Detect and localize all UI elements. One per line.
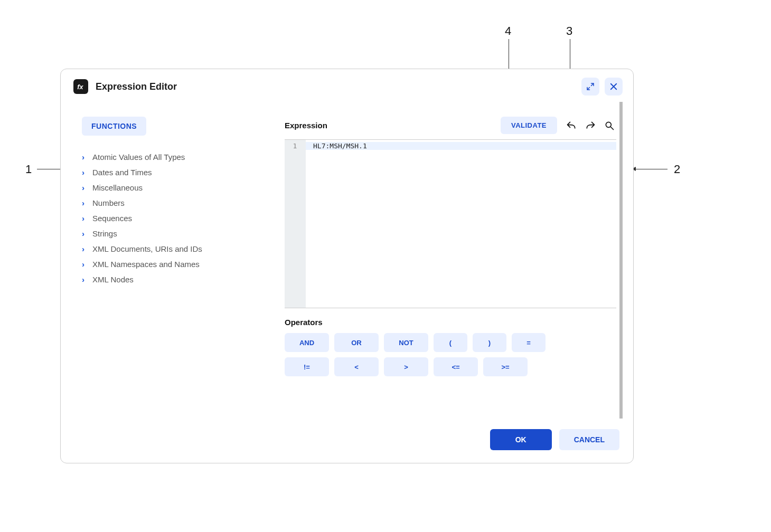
func-item-numbers[interactable]: ›Numbers xyxy=(73,195,285,211)
callout-2-line xyxy=(636,169,667,169)
func-label: XML Namespaces and Names xyxy=(92,260,200,269)
function-category-list: ›Atomic Values of All Types ›Dates and T… xyxy=(73,149,285,287)
svg-text:fx: fx xyxy=(77,83,83,91)
close-button[interactable] xyxy=(605,78,623,96)
func-label: XML Nodes xyxy=(92,275,134,284)
func-label: XML Documents, URIs and IDs xyxy=(92,244,202,253)
func-label: Numbers xyxy=(92,198,125,207)
expression-label: Expression xyxy=(285,121,501,130)
dialog-header: fx Expression Editor xyxy=(61,69,633,102)
op-close-paren[interactable]: ) xyxy=(473,333,506,352)
undo-icon xyxy=(566,120,577,131)
func-item-atomic-values[interactable]: ›Atomic Values of All Types xyxy=(73,149,285,165)
func-label: Sequences xyxy=(92,214,132,223)
code-line-1: HL7:MSH/MSH.1 xyxy=(306,142,616,150)
func-item-dates-times[interactable]: ›Dates and Times xyxy=(73,165,285,180)
operators-section: Operators AND OR NOT ( ) = != < > <= >= xyxy=(285,318,616,376)
operators-row-1: AND OR NOT ( ) = xyxy=(285,333,616,352)
svg-point-1 xyxy=(606,122,611,127)
op-gt[interactable]: > xyxy=(384,357,428,376)
op-lt[interactable]: < xyxy=(334,357,379,376)
func-label: Strings xyxy=(92,229,117,238)
code-gutter: 1 xyxy=(285,140,306,308)
chevron-right-icon: › xyxy=(82,229,92,238)
chevron-right-icon: › xyxy=(82,244,92,253)
op-open-paren[interactable]: ( xyxy=(434,333,467,352)
dialog-title: Expression Editor xyxy=(96,81,581,92)
header-actions xyxy=(581,78,623,96)
expression-code-area[interactable]: 1 HL7:MSH/MSH.1 xyxy=(285,139,616,308)
validate-button[interactable]: VALIDATE xyxy=(501,117,557,134)
expand-icon xyxy=(586,82,595,91)
func-label: Miscellaneous xyxy=(92,183,143,192)
chevron-right-icon: › xyxy=(82,168,92,177)
op-gte[interactable]: >= xyxy=(483,357,528,376)
operators-label: Operators xyxy=(285,318,616,327)
chevron-right-icon: › xyxy=(82,198,92,207)
ok-button[interactable]: OK xyxy=(490,429,552,450)
callout-2: 2 xyxy=(674,163,680,176)
expression-editor-dialog: fx Expression Editor FUNCTIONS ›Atomic V… xyxy=(60,69,634,463)
op-lte[interactable]: <= xyxy=(434,357,478,376)
dialog-body: FUNCTIONS ›Atomic Values of All Types ›D… xyxy=(61,102,633,419)
redo-icon xyxy=(585,120,596,131)
chevron-right-icon: › xyxy=(82,153,92,162)
search-button[interactable] xyxy=(603,119,616,132)
func-label: Atomic Values of All Types xyxy=(92,153,185,162)
search-icon xyxy=(604,120,615,131)
chevron-right-icon: › xyxy=(82,260,92,269)
functions-tab[interactable]: FUNCTIONS xyxy=(82,117,146,136)
close-icon xyxy=(609,82,618,91)
dialog-footer: OK CANCEL xyxy=(61,419,633,463)
op-or[interactable]: OR xyxy=(334,333,379,352)
cancel-button[interactable]: CANCEL xyxy=(559,429,619,450)
func-item-xml-namespaces[interactable]: ›XML Namespaces and Names xyxy=(73,256,285,272)
op-not[interactable]: NOT xyxy=(384,333,428,352)
chevron-right-icon: › xyxy=(82,214,92,223)
expression-header: Expression VALIDATE xyxy=(285,117,616,134)
func-item-xml-nodes[interactable]: ›XML Nodes xyxy=(73,272,285,287)
func-item-sequences[interactable]: ›Sequences xyxy=(73,211,285,226)
sidebar: FUNCTIONS ›Atomic Values of All Types ›D… xyxy=(73,102,285,419)
op-not-equals[interactable]: != xyxy=(285,357,329,376)
redo-button[interactable] xyxy=(584,119,597,132)
op-and[interactable]: AND xyxy=(285,333,329,352)
operators-row-2: != < > <= >= xyxy=(285,357,616,376)
line-number: 1 xyxy=(285,142,305,150)
func-item-xml-documents[interactable]: ›XML Documents, URIs and IDs xyxy=(73,241,285,256)
func-label: Dates and Times xyxy=(92,168,152,177)
undo-button[interactable] xyxy=(565,119,578,132)
callout-4: 4 xyxy=(505,24,511,38)
callout-3: 3 xyxy=(566,24,572,38)
op-equals[interactable]: = xyxy=(512,333,546,352)
fx-icon: fx xyxy=(73,79,88,94)
expand-button[interactable] xyxy=(581,78,599,96)
chevron-right-icon: › xyxy=(82,275,92,284)
main-panel: Expression VALIDATE 1 HL7:MSH/MSH.1 xyxy=(285,102,623,419)
code-content[interactable]: HL7:MSH/MSH.1 xyxy=(306,140,616,308)
func-item-strings[interactable]: ›Strings xyxy=(73,226,285,241)
callout-1: 1 xyxy=(25,163,32,176)
chevron-right-icon: › xyxy=(82,183,92,192)
func-item-miscellaneous[interactable]: ›Miscellaneous xyxy=(73,180,285,195)
